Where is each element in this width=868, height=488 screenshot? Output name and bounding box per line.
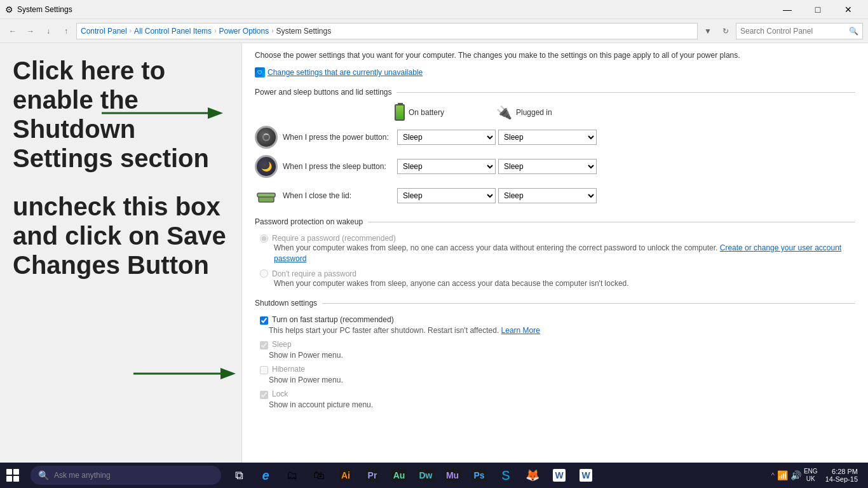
word2-icon: W bbox=[580, 469, 592, 482]
no-password-radio bbox=[260, 269, 268, 278]
taskbar-right: ^ 📶 🔊 ENG UK 6:28 PM 14-Sep-15 bbox=[771, 468, 868, 483]
column-headers: On battery 🔌 Plugged in bbox=[395, 104, 855, 121]
word-button[interactable]: W bbox=[546, 463, 572, 488]
skype-icon: S bbox=[501, 468, 510, 483]
forward-button[interactable]: → bbox=[23, 24, 38, 39]
edge-button[interactable]: e bbox=[253, 463, 278, 488]
power-button-label: When I press the power button: bbox=[283, 133, 397, 142]
sleep-checkbox-row: Sleep bbox=[260, 340, 855, 349]
fast-startup-desc: This helps start your PC faster after sh… bbox=[269, 326, 855, 335]
search-icon: 🔍 bbox=[849, 27, 858, 36]
nav-down-button[interactable]: ↓ bbox=[41, 24, 56, 39]
skype-button[interactable]: S bbox=[493, 463, 519, 488]
sleep-checkbox bbox=[260, 341, 268, 349]
chevron-icon[interactable]: ^ bbox=[771, 471, 775, 479]
breadcrumb-allitems[interactable]: All Control Panel Items bbox=[134, 27, 212, 36]
pr-icon: Pr bbox=[366, 469, 379, 482]
power-sleep-title: Power and sleep buttons and lid settings bbox=[255, 88, 391, 97]
firefox-icon: 🦊 bbox=[526, 468, 539, 482]
breadcrumb-current: System Settings bbox=[276, 27, 332, 36]
illustrator-button[interactable]: Ai bbox=[333, 463, 358, 488]
explorer-icon: 🗂 bbox=[287, 469, 298, 482]
require-password-option: Require a password (recommended) When yo… bbox=[260, 234, 855, 264]
maximize-button[interactable]: □ bbox=[803, 0, 832, 19]
arrow-2-svg bbox=[127, 358, 238, 390]
fast-startup-row: Turn on fast startup (recommended) bbox=[260, 315, 855, 325]
annotation-panel: Click here to enable the Shutdown Settin… bbox=[0, 43, 241, 463]
dw-icon: Dw bbox=[417, 469, 435, 482]
lid-dropdowns[interactable]: SleepHibernateShut downDo nothing SleepH… bbox=[397, 188, 599, 203]
sleep-icon: 🌙 bbox=[255, 155, 278, 178]
up-button[interactable]: ↑ bbox=[58, 24, 74, 39]
taskbar-search[interactable]: 🔍 Ask me anything bbox=[31, 466, 221, 485]
premiere-button[interactable]: Pr bbox=[360, 463, 385, 488]
window-title: System Settings bbox=[17, 5, 72, 14]
explorer-button[interactable]: 🗂 bbox=[280, 463, 305, 488]
sleep-plugged-select[interactable]: SleepHibernateShut downDo nothing bbox=[498, 159, 597, 174]
shutdown-section: Shutdown settings Turn on fast startup (… bbox=[255, 299, 855, 409]
sleep-battery-select[interactable]: SleepHibernateShut downDo nothing bbox=[397, 159, 496, 174]
taskbar-lang[interactable]: ENG UK bbox=[804, 468, 818, 483]
fast-startup-checkbox[interactable] bbox=[260, 316, 268, 325]
store-button[interactable]: 🛍 bbox=[306, 463, 332, 488]
learn-more-link[interactable]: Learn More bbox=[501, 326, 540, 335]
breadcrumb-controlpanel[interactable]: Control Panel bbox=[81, 27, 127, 36]
search-input[interactable] bbox=[740, 27, 849, 36]
ps-icon: Ps bbox=[471, 469, 486, 482]
power-battery-select[interactable]: SleepHibernateShut downDo nothing bbox=[397, 130, 496, 145]
start-button[interactable] bbox=[0, 463, 25, 488]
taskbar-clock[interactable]: 6:28 PM 14-Sep-15 bbox=[820, 468, 863, 483]
sleep-checkbox-label: Sleep bbox=[272, 340, 292, 349]
title-bar: ⚙ System Settings — □ ✕ bbox=[0, 0, 868, 19]
breadcrumb: Control Panel › All Control Panel Items … bbox=[76, 23, 698, 39]
breadcrumb-poweroptions[interactable]: Power Options bbox=[219, 27, 269, 36]
intro-text: Choose the power settings that you want … bbox=[255, 50, 855, 61]
lock-checkbox bbox=[260, 391, 268, 399]
close-button[interactable]: ✕ bbox=[834, 0, 863, 19]
password-title: Password protection on wakeup bbox=[255, 217, 363, 226]
lid-battery-select[interactable]: SleepHibernateShut downDo nothing bbox=[397, 188, 496, 203]
sleep-dropdowns[interactable]: SleepHibernateShut downDo nothing SleepH… bbox=[397, 159, 599, 174]
lid-plugged-select[interactable]: SleepHibernateShut downDo nothing bbox=[498, 188, 597, 203]
dropdown-button[interactable]: ▼ bbox=[700, 24, 715, 39]
power-plugged-select[interactable]: SleepHibernateShut downDo nothing bbox=[498, 130, 597, 145]
plugged-in-header: 🔌 Plugged in bbox=[496, 104, 598, 121]
password-section: Password protection on wakeup Require a … bbox=[255, 217, 855, 288]
minimize-button[interactable]: — bbox=[773, 0, 802, 19]
taskbar-time: 6:28 PM bbox=[825, 468, 858, 475]
volume-icon[interactable]: 🔊 bbox=[790, 470, 801, 480]
lock-checkbox-desc: Show in account picture menu. bbox=[269, 400, 855, 409]
section-line-3 bbox=[322, 303, 855, 304]
refresh-button[interactable]: ↻ bbox=[718, 24, 733, 39]
content-panel[interactable]: Choose the power settings that you want … bbox=[241, 43, 868, 463]
task-view-button[interactable]: ⧉ bbox=[226, 463, 252, 488]
taskbar-apps: ⧉ e 🗂 🛍 Ai Pr Au Dw Mu Ps S bbox=[226, 463, 771, 488]
taskbar: 🔍 Ask me anything ⧉ e 🗂 🛍 Ai Pr Au Dw Mu… bbox=[0, 463, 868, 488]
word-icon: W bbox=[553, 469, 565, 482]
search-box[interactable]: 🔍 bbox=[736, 23, 863, 39]
au-icon: Au bbox=[391, 469, 407, 482]
hibernate-checkbox-label: Hibernate bbox=[272, 365, 305, 374]
password-header: Password protection on wakeup bbox=[255, 217, 855, 226]
change-settings-link[interactable]: 🛡 Change settings that are currently una… bbox=[255, 67, 855, 78]
hibernate-checkbox-row: Hibernate bbox=[260, 365, 855, 374]
fast-startup-label: Turn on fast startup (recommended) bbox=[272, 315, 394, 324]
ai-icon: Ai bbox=[339, 469, 352, 482]
power-sleep-header: Power and sleep buttons and lid settings bbox=[255, 88, 855, 97]
taskbar-search-label: Ask me anything bbox=[54, 471, 111, 480]
power-button-row: When I press the power button: SleepHibe… bbox=[255, 126, 855, 149]
require-password-desc: When your computer wakes from sleep, no … bbox=[274, 243, 855, 264]
back-button[interactable]: ← bbox=[5, 24, 20, 39]
photoshop-button[interactable]: Ps bbox=[466, 463, 492, 488]
audition-button[interactable]: Au bbox=[386, 463, 412, 488]
plugged-in-label: Plugged in bbox=[516, 108, 552, 117]
word2-button[interactable]: W bbox=[573, 463, 599, 488]
power-dropdowns[interactable]: SleepHibernateShut downDo nothing SleepH… bbox=[397, 130, 599, 145]
sleep-button-label: When I press the sleep button: bbox=[283, 162, 397, 171]
firefox-button[interactable]: 🦊 bbox=[520, 463, 545, 488]
network-icon[interactable]: 📶 bbox=[777, 470, 788, 480]
require-password-radio bbox=[260, 234, 268, 243]
svg-rect-3 bbox=[257, 193, 275, 197]
dreamweaver-button[interactable]: Dw bbox=[413, 463, 438, 488]
muse-button[interactable]: Mu bbox=[440, 463, 465, 488]
